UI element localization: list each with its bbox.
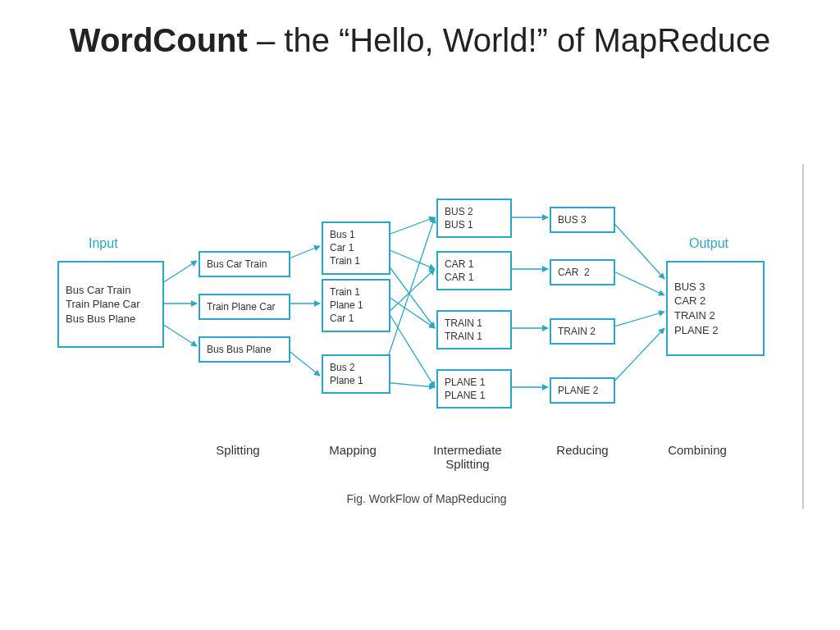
- slide-title: WordCount – the “Hello, World!” of MapRe…: [0, 20, 840, 61]
- stage-intermediate: Intermediate Splitting: [418, 443, 517, 471]
- svg-line-7: [384, 248, 435, 269]
- stage-combining: Combining: [648, 443, 746, 457]
- svg-line-2: [162, 324, 197, 346]
- output-label: Output: [689, 236, 728, 251]
- map-node-1: Bus 1 Car 1 Train 1: [322, 221, 390, 275]
- svg-line-13: [384, 382, 435, 387]
- split-node-3: Bus Bus Plane: [199, 336, 290, 363]
- output-node: BUS 3 CAR 2 TRAIN 2 PLANE 2: [666, 261, 765, 356]
- stage-mapping: Mapping: [304, 443, 402, 457]
- svg-line-10: [384, 305, 435, 387]
- svg-line-12: [384, 217, 435, 369]
- svg-line-18: [609, 217, 664, 279]
- svg-line-8: [384, 259, 435, 328]
- split-node-2: Train Plane Car: [199, 294, 290, 320]
- reduce-node-3: TRAIN 2: [550, 318, 615, 345]
- input-node: Bus Car Train Train Plane Car Bus Bus Pl…: [57, 261, 164, 348]
- intermediate-node-1: BUS 2 BUS 1: [436, 199, 512, 238]
- svg-line-20: [609, 312, 664, 328]
- svg-line-21: [609, 328, 664, 387]
- title-rest: – the “Hello, World!” of MapReduce: [248, 22, 770, 58]
- figure-caption: Fig. WorkFlow of MapReducing: [304, 492, 550, 505]
- map-node-3: Bus 2 Plane 1: [322, 354, 390, 394]
- reduce-node-4: PLANE 2: [550, 377, 615, 404]
- split-node-1: Bus Car Train: [199, 251, 290, 277]
- svg-line-0: [162, 261, 197, 283]
- intermediate-node-4: PLANE 1 PLANE 1: [436, 369, 512, 409]
- intermediate-node-3: TRAIN 1 TRAIN 1: [436, 310, 512, 349]
- svg-line-11: [384, 269, 435, 317]
- svg-line-6: [384, 217, 435, 236]
- map-node-2: Train 1 Plane 1 Car 1: [322, 279, 390, 332]
- mapreduce-diagram: Input Bus Car Train Train Plane Car Bus …: [57, 172, 796, 517]
- stage-splitting: Splitting: [189, 443, 287, 457]
- input-label: Input: [89, 236, 118, 251]
- stage-reducing: Reducing: [533, 443, 632, 457]
- svg-line-19: [609, 269, 664, 295]
- intermediate-node-2: CAR 1 CAR 1: [436, 251, 512, 290]
- slide: WordCount – the “Hello, World!” of MapRe…: [0, 0, 840, 630]
- reduce-node-1: BUS 3: [550, 207, 615, 233]
- right-separator: [802, 164, 804, 509]
- title-bold: WordCount: [70, 22, 248, 58]
- svg-line-9: [384, 294, 435, 328]
- reduce-node-2: CAR 2: [550, 259, 615, 285]
